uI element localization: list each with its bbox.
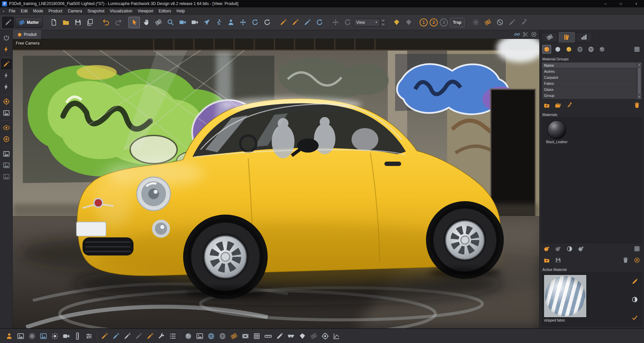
material-sphere-button[interactable] <box>183 331 194 341</box>
link-icon[interactable] <box>514 32 520 37</box>
active-material-thumbnail[interactable] <box>544 275 586 317</box>
walk-tool-button[interactable] <box>213 17 224 28</box>
spin-up-button[interactable]: ▲ <box>380 18 386 22</box>
overlay-image-button[interactable] <box>1 149 11 159</box>
fly-tool-button[interactable] <box>201 17 212 28</box>
snapshot-batch-button[interactable] <box>15 331 26 341</box>
atom-render-button[interactable] <box>228 331 239 341</box>
layer-3-badge[interactable]: 3 <box>440 18 448 26</box>
select-tool-button[interactable] <box>128 17 140 28</box>
group-row-carpaint[interactable]: Carpaint <box>542 74 637 80</box>
zoom-tool-button[interactable] <box>165 17 176 28</box>
tools-button[interactable] <box>156 331 167 341</box>
groups-scrollbar[interactable]: ▲ ▼ <box>637 62 642 99</box>
material-paint-filter[interactable] <box>565 45 573 54</box>
pose-button[interactable] <box>4 331 14 341</box>
group-row-group[interactable]: Group <box>542 93 637 99</box>
edit-material-button[interactable] <box>630 277 639 286</box>
save-copy-button[interactable] <box>84 17 96 28</box>
paint-orbit-button[interactable] <box>122 331 132 341</box>
menu-mode[interactable]: Mode <box>31 7 46 15</box>
paint-place-button[interactable] <box>277 17 289 28</box>
avatar-tool-button[interactable] <box>225 17 236 28</box>
drafting-button[interactable] <box>274 331 285 341</box>
menu-viewport[interactable]: Viewport <box>135 7 156 15</box>
pick-group-button[interactable] <box>565 101 574 110</box>
rotate-disabled-button[interactable] <box>342 17 353 28</box>
undo-button[interactable] <box>100 17 112 28</box>
plumb-ruler-button[interactable] <box>72 331 83 341</box>
stereo-button[interactable] <box>285 331 296 341</box>
tab-statistics[interactable] <box>576 32 592 42</box>
camera-orbit-button[interactable] <box>189 17 200 28</box>
gem-quality-button[interactable] <box>391 17 402 28</box>
close-button[interactable]: × <box>629 0 644 7</box>
disable-overlay-button[interactable] <box>494 17 505 28</box>
paint-sun-button[interactable] <box>99 331 110 341</box>
material-checker-filter[interactable] <box>553 45 562 54</box>
paint-rotate-button[interactable] <box>314 17 325 28</box>
paint-pin-button[interactable] <box>110 331 121 341</box>
material-basic-filter[interactable] <box>542 45 551 54</box>
scroll-down-icon[interactable]: ▼ <box>637 95 642 99</box>
menu-product[interactable]: Product <box>46 7 65 15</box>
annotation-button[interactable] <box>1 160 11 170</box>
save-button[interactable] <box>72 17 84 28</box>
curve-editor-button[interactable] <box>331 331 342 341</box>
new-document-button[interactable] <box>48 17 59 28</box>
flash-tool-button[interactable] <box>1 70 11 80</box>
material-item[interactable]: Black_Leather <box>545 121 569 144</box>
filmstrip-button[interactable] <box>240 331 251 341</box>
purge-unused-button[interactable] <box>633 256 641 265</box>
render-config-button[interactable] <box>26 331 37 341</box>
tab-shaper[interactable] <box>542 32 558 42</box>
visibility-button[interactable] <box>1 123 11 133</box>
spin-down-button[interactable]: ▼ <box>380 22 386 26</box>
sun-light-button[interactable] <box>49 331 60 341</box>
menu-snapshot[interactable]: Snapshot <box>85 7 107 15</box>
flash-config-button[interactable] <box>1 82 11 92</box>
new-material-button[interactable] <box>542 244 551 253</box>
menu-edit[interactable]: Edit <box>18 7 31 15</box>
gem-button[interactable] <box>297 331 308 341</box>
translate-gizmo-button[interactable] <box>237 17 249 28</box>
open-button[interactable] <box>60 17 71 28</box>
focus-target-button[interactable] <box>320 331 330 341</box>
paint-orient-button[interactable] <box>302 17 313 28</box>
paint-validate-button[interactable] <box>145 331 155 341</box>
menu-camera[interactable]: Camera <box>65 7 85 15</box>
paint-screen-button[interactable] <box>133 331 144 341</box>
group-row-fabric[interactable]: Fabric <box>542 80 637 87</box>
add-subgroup-button[interactable] <box>554 101 562 110</box>
groups-header-name[interactable]: Name <box>542 62 637 68</box>
world-filter[interactable] <box>587 45 595 54</box>
orbit-dark-button[interactable] <box>308 331 319 341</box>
pick-disabled-button[interactable] <box>518 17 530 28</box>
import-library-button[interactable] <box>542 256 551 265</box>
menu-editors[interactable]: Editors <box>156 7 174 15</box>
camera-capture-button[interactable] <box>61 331 71 341</box>
preview-sphere-button[interactable] <box>630 295 639 304</box>
matter-mode-button[interactable]: Matter <box>15 17 43 28</box>
group-row-glass[interactable]: Glass <box>542 87 637 93</box>
layer-2-badge[interactable]: 2 <box>430 18 438 26</box>
group-row-autres[interactable]: Autres <box>542 68 637 74</box>
viewport-3d-scene[interactable]: Free Camera <box>13 39 539 328</box>
delete-group-button[interactable] <box>633 101 641 110</box>
orbit-tool-button[interactable] <box>153 17 164 28</box>
scroll-up-icon[interactable]: ▲ <box>637 62 642 67</box>
paint-apply-button[interactable] <box>289 17 301 28</box>
frame-capture-button[interactable] <box>38 331 49 341</box>
photo-button[interactable] <box>194 331 205 341</box>
materials-grid-view-button[interactable] <box>633 244 641 253</box>
menu-visualization[interactable]: Visualization <box>107 7 135 15</box>
background-button[interactable] <box>1 108 11 118</box>
settings-button[interactable] <box>470 17 481 28</box>
maximize-button[interactable]: □ <box>613 0 629 7</box>
lighting-button[interactable] <box>1 44 11 54</box>
save-library-button[interactable] <box>554 256 562 265</box>
power-button[interactable] <box>1 33 11 43</box>
scroll-thumb[interactable] <box>638 68 641 94</box>
gem-quality-off-button[interactable] <box>403 17 414 28</box>
minimize-button[interactable]: ─ <box>598 0 613 7</box>
